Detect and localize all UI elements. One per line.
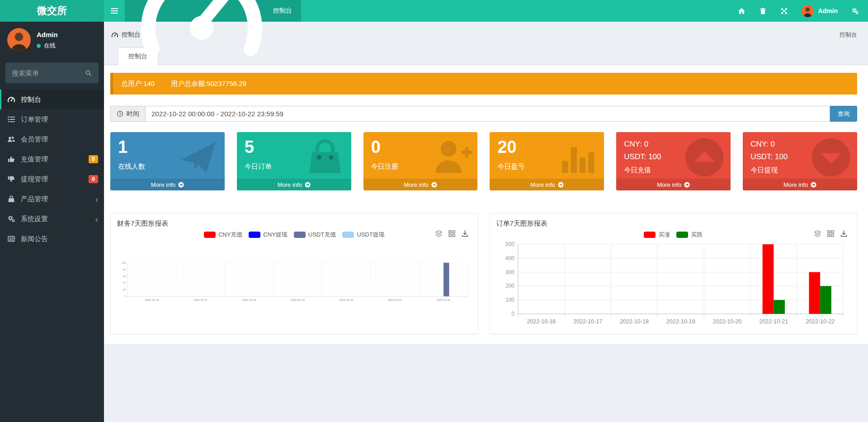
navbar-tab-label: 控制台 xyxy=(273,7,292,15)
arrow-circle-right-icon xyxy=(811,182,816,188)
legend-item-CNY充值[interactable]: CNY充值 xyxy=(204,231,242,239)
chevron-left-icon: ‹ xyxy=(95,215,98,223)
sidebar-item-label: 充值管理 xyxy=(21,155,48,164)
thumbs-down-icon xyxy=(7,175,15,183)
gauge-icon xyxy=(111,31,118,38)
chart-plot: 01002003004005002022-10-162022-10-172022… xyxy=(496,230,851,330)
sidebar-item-提现管理[interactable]: 提现管理0 xyxy=(0,169,104,189)
legend-item-买跌[interactable]: 买跌 xyxy=(676,231,703,239)
sidebar-item-badge: 0 xyxy=(89,175,98,183)
legend-item-CNY提现[interactable]: CNY提现 xyxy=(249,231,287,239)
arrow-circle-right-icon xyxy=(305,182,311,188)
app-logo[interactable]: 微交所 xyxy=(0,0,104,22)
legend-swatch xyxy=(204,232,216,238)
chart-legend: CNY充值CNY提现USDT充值USDT提现 xyxy=(117,231,472,239)
sidebar-user-name: Admin xyxy=(37,31,58,38)
legend-swatch xyxy=(294,232,306,238)
clock-icon xyxy=(117,110,123,117)
more-info-link[interactable]: More info xyxy=(743,179,857,190)
chart-card-finance: 财务7天图形报表CNY充值CNY提现USDT充值USDT提现0204060801… xyxy=(110,213,478,334)
gears-icon xyxy=(7,215,15,223)
time-range-input[interactable] xyxy=(145,106,830,122)
top-navbar: 微交所 控制台 Admin xyxy=(0,0,868,22)
svg-text:2022-10-18: 2022-10-18 xyxy=(620,318,649,325)
sidebar-item-badge: 0 xyxy=(89,155,98,163)
sidebar-item-充值管理[interactable]: 充值管理0 xyxy=(0,149,104,169)
svg-text:2022-10-19: 2022-10-19 xyxy=(666,318,695,325)
more-info-link[interactable]: More info xyxy=(110,179,225,190)
data-view-icon[interactable] xyxy=(448,230,456,237)
sidebar-item-label: 提现管理 xyxy=(21,175,48,184)
navbar-tab-dashboard[interactable]: 控制台 xyxy=(125,0,301,22)
chart-title: 财务7天图形报表 xyxy=(117,219,472,228)
svg-text:60: 60 xyxy=(123,275,126,278)
time-filter-label: 时间 xyxy=(110,106,145,122)
legend-item-买涨[interactable]: 买涨 xyxy=(644,231,670,239)
magic-type-icon[interactable] xyxy=(435,230,443,237)
gauge-icon xyxy=(7,95,15,104)
gears-icon[interactable] xyxy=(851,7,859,15)
topbar-actions: Admin xyxy=(738,0,868,22)
sidebar-item-系统设置[interactable]: 系统设置‹ xyxy=(0,209,104,229)
info-boxes-row: 1在线人数More info5今日订单More info0今日注册More in… xyxy=(110,132,857,190)
svg-text:0: 0 xyxy=(124,295,126,298)
search-icon xyxy=(85,70,94,76)
svg-text:2022-10-21: 2022-10-21 xyxy=(388,299,402,301)
search-button[interactable] xyxy=(82,66,97,80)
time-filter: 时间 查询 xyxy=(110,106,857,122)
sidebar-item-产品管理[interactable]: 产品管理‹ xyxy=(0,189,104,209)
svg-text:2022-10-21: 2022-10-21 xyxy=(759,318,788,325)
breadcrumb[interactable]: 控制台 xyxy=(840,31,857,39)
more-info-link[interactable]: More info xyxy=(237,179,351,190)
trash-icon[interactable] xyxy=(759,7,767,15)
sidebar-menu: 控制台订单管理会员管理充值管理0提现管理0产品管理‹系统设置‹新闻公告 xyxy=(0,90,104,249)
info-box-line: CNY: 0 xyxy=(624,138,723,151)
legend-item-USDT充值[interactable]: USDT充值 xyxy=(294,231,336,239)
sidebar-user-panel: Admin 在线 xyxy=(0,22,104,56)
more-info-link[interactable]: More info xyxy=(490,179,604,190)
svg-text:2022-10-18: 2022-10-18 xyxy=(242,299,256,301)
legend-swatch xyxy=(644,232,656,238)
gauge-icon xyxy=(134,0,269,79)
chart-plot: 0204060801002022-10-162022-10-172022-10-… xyxy=(117,230,472,330)
chart-toolbox xyxy=(814,230,848,237)
legend-swatch xyxy=(676,232,688,238)
charts-row: 财务7天图形报表CNY充值CNY提现USDT充值USDT提现0204060801… xyxy=(110,213,857,334)
sidebar-item-label: 控制台 xyxy=(21,95,41,104)
sidebar-item-新闻公告[interactable]: 新闻公告 xyxy=(0,229,104,249)
query-button[interactable]: 查询 xyxy=(830,106,857,122)
download-icon[interactable] xyxy=(461,230,469,237)
expand-icon[interactable] xyxy=(780,7,788,15)
svg-text:0: 0 xyxy=(511,311,514,317)
legend-swatch xyxy=(342,232,354,238)
download-icon[interactable] xyxy=(840,230,848,237)
sidebar-item-控制台[interactable]: 控制台 xyxy=(0,90,104,109)
sidebar-item-会员管理[interactable]: 会员管理 xyxy=(0,129,104,149)
info-box-label: 今日提现 xyxy=(750,166,849,175)
chart-toolbox xyxy=(435,230,469,237)
info-box-今日订单: 5今日订单More info xyxy=(237,132,351,190)
total-balance-label: 用户总余额:50237758.29 xyxy=(171,80,246,88)
info-box-value: 1 xyxy=(118,138,217,157)
info-box-label: 在线人数 xyxy=(118,162,217,171)
svg-text:2022-10-17: 2022-10-17 xyxy=(573,318,602,325)
info-box-value: 5 xyxy=(245,138,344,157)
sidebar: Admin 在线 控制台订单管理会员管理充值管理0提现管理0产品管理‹系统设置‹… xyxy=(0,22,104,422)
svg-text:2022-10-20: 2022-10-20 xyxy=(712,318,741,325)
magic-type-icon[interactable] xyxy=(814,230,821,237)
chart-card-orders: 订单7天图形报表买涨买跌01002003004005002022-10-1620… xyxy=(490,213,858,334)
user-menu[interactable]: Admin xyxy=(802,5,838,17)
legend-item-USDT提现[interactable]: USDT提现 xyxy=(342,231,384,239)
home-icon[interactable] xyxy=(738,7,745,15)
info-box-label: 今日注册 xyxy=(371,162,470,171)
avatar xyxy=(7,28,31,52)
more-info-link[interactable]: More info xyxy=(363,179,478,190)
info-box-今日盈亏: 20今日盈亏More info xyxy=(490,132,604,190)
more-info-link[interactable]: More info xyxy=(616,179,731,190)
sidebar-item-订单管理[interactable]: 订单管理 xyxy=(0,109,104,129)
svg-text:100: 100 xyxy=(122,261,126,264)
chevron-left-icon: ‹ xyxy=(95,195,98,204)
sidebar-toggle-button[interactable] xyxy=(104,0,125,22)
list-icon xyxy=(7,115,15,123)
data-view-icon[interactable] xyxy=(827,230,835,237)
